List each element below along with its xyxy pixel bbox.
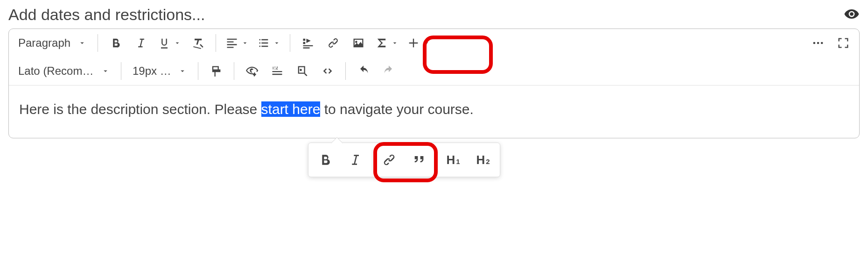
editor-content[interactable]: Here is the description section. Please …: [9, 86, 859, 138]
svg-point-0: [813, 42, 816, 44]
paragraph-dropdown[interactable]: Paragraph: [13, 31, 92, 55]
toolbar-row-1: Paragraph: [9, 29, 859, 57]
undo-button[interactable]: [351, 59, 376, 83]
size-dropdown[interactable]: 19px …: [127, 59, 192, 83]
toolbar-row-2: Lato (Recom… 19px …: [9, 57, 859, 86]
popup-h1-button[interactable]: H1: [438, 145, 468, 175]
popup-h2-button[interactable]: H2: [468, 145, 498, 175]
popup-italic-button[interactable]: [340, 145, 370, 175]
link-button[interactable]: [321, 31, 345, 55]
align-button[interactable]: [222, 31, 252, 55]
word-count-button[interactable]: [265, 59, 289, 83]
redo-button[interactable]: [377, 59, 401, 83]
fullscreen-icon[interactable]: [831, 31, 855, 55]
list-button[interactable]: [253, 31, 284, 55]
bold-button[interactable]: [104, 31, 128, 55]
insert-more-button[interactable]: [403, 31, 434, 55]
content-text: Here is the description section. Please: [19, 101, 261, 117]
header-row: Add dates and restrictions...: [8, 6, 860, 24]
restrictions-link[interactable]: Add dates and restrictions...: [8, 6, 205, 24]
editor-box: Paragraph: [8, 29, 860, 138]
accessibility-check-button[interactable]: [240, 59, 264, 83]
source-code-button[interactable]: [315, 59, 340, 83]
italic-button[interactable]: [129, 31, 153, 55]
popup-link-button[interactable]: [374, 145, 404, 175]
clear-format-button[interactable]: [186, 31, 210, 55]
floating-toolbar: H1 H2: [308, 143, 500, 177]
find-replace-button[interactable]: [290, 59, 315, 83]
insert-stuff-button[interactable]: [296, 31, 320, 55]
visibility-icon[interactable]: [844, 6, 860, 24]
selected-text: start here: [261, 101, 321, 117]
more-icon[interactable]: [806, 31, 830, 55]
content-text-after: to navigate your course.: [320, 101, 474, 117]
font-dropdown[interactable]: Lato (Recom…: [13, 59, 115, 83]
svg-point-2: [821, 42, 823, 44]
popup-quote-button[interactable]: [404, 145, 434, 175]
format-painter-button[interactable]: [204, 59, 228, 83]
image-button[interactable]: [346, 31, 371, 55]
popup-bold-button[interactable]: [310, 145, 340, 175]
svg-point-1: [817, 42, 819, 44]
underline-button[interactable]: [154, 31, 185, 55]
equation-button[interactable]: [371, 31, 402, 55]
